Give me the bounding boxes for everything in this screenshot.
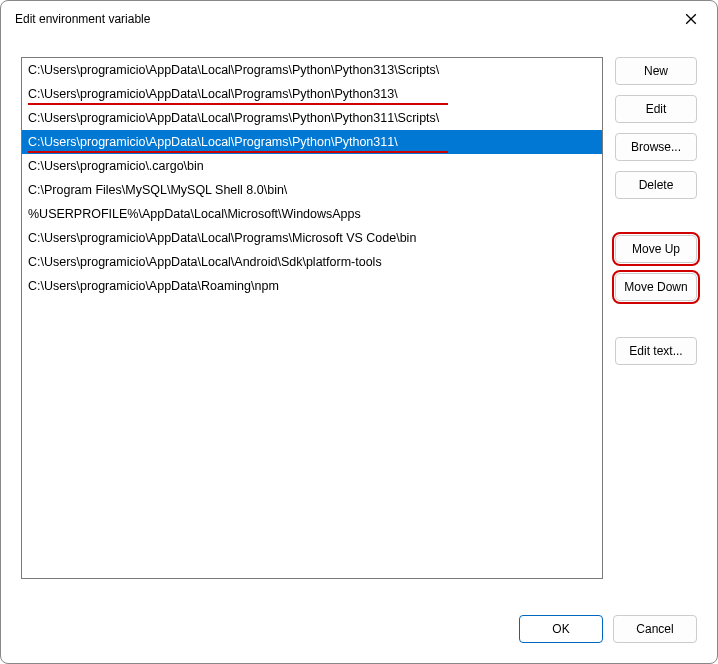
annotation-underline (28, 103, 448, 105)
spacer (615, 209, 697, 225)
annotation-underline (28, 151, 448, 153)
move-up-button[interactable]: Move Up (615, 235, 697, 263)
spacer (615, 311, 697, 327)
side-button-column: New Edit Browse... Delete Move Up Move D… (615, 57, 697, 597)
path-list-item[interactable]: C:\Users\programicio\AppData\Roaming\npm (22, 274, 602, 298)
path-list-item[interactable]: C:\Users\programicio\.cargo\bin (22, 154, 602, 178)
titlebar: Edit environment variable (1, 1, 717, 37)
path-list-item[interactable]: C:\Users\programicio\AppData\Local\Progr… (22, 226, 602, 250)
edit-env-var-dialog: Edit environment variable C:\Users\progr… (0, 0, 718, 664)
move-down-button[interactable]: Move Down (615, 273, 697, 301)
path-list-item[interactable]: C:\Users\programicio\AppData\Local\Andro… (22, 250, 602, 274)
dialog-title: Edit environment variable (15, 12, 150, 26)
new-button[interactable]: New (615, 57, 697, 85)
path-list-item[interactable]: C:\Users\programicio\AppData\Local\Progr… (22, 106, 602, 130)
path-list-item[interactable]: C:\Users\programicio\AppData\Local\Progr… (22, 130, 602, 154)
bottom-button-bar: OK Cancel (1, 597, 717, 663)
path-list-item[interactable]: C:\Program Files\MySQL\MySQL Shell 8.0\b… (22, 178, 602, 202)
browse-button[interactable]: Browse... (615, 133, 697, 161)
close-icon (685, 13, 697, 25)
delete-button[interactable]: Delete (615, 171, 697, 199)
close-button[interactable] (677, 5, 705, 33)
cancel-button[interactable]: Cancel (613, 615, 697, 643)
path-listbox[interactable]: C:\Users\programicio\AppData\Local\Progr… (21, 57, 603, 579)
path-list-item[interactable]: %USERPROFILE%\AppData\Local\Microsoft\Wi… (22, 202, 602, 226)
ok-button[interactable]: OK (519, 615, 603, 643)
dialog-content: C:\Users\programicio\AppData\Local\Progr… (1, 37, 717, 597)
edit-text-button[interactable]: Edit text... (615, 337, 697, 365)
edit-button[interactable]: Edit (615, 95, 697, 123)
path-list-item[interactable]: C:\Users\programicio\AppData\Local\Progr… (22, 58, 602, 82)
path-list-item[interactable]: C:\Users\programicio\AppData\Local\Progr… (22, 82, 602, 106)
